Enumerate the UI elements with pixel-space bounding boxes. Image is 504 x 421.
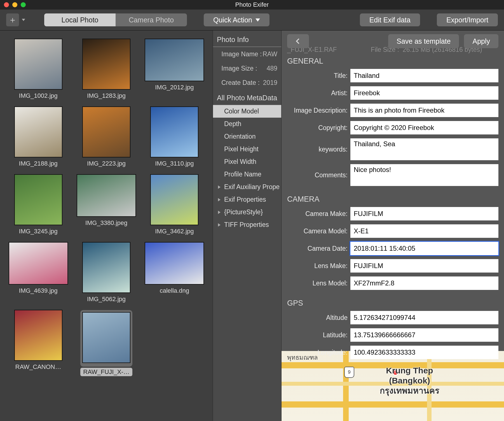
comments-field[interactable] [350,164,498,186]
image-description-label: Image Description: [287,107,350,114]
longitude-label: Longitude: [287,349,350,356]
thumbnail-image [15,310,62,360]
thumbnail-item[interactable]: IMG_3380.jpeg [76,175,136,236]
image-name-label: Image Name : [221,50,262,58]
save-template-button[interactable]: Save as template [388,34,459,48]
thumbnail-item[interactable]: RAW_FUJI_X-… [76,310,136,377]
altitude-label: Altitude [287,314,350,322]
thumbnail-caption: IMG_1002.jpg [19,92,58,99]
metadata-item[interactable]: Pixel Width [213,155,281,168]
thumbnail-caption: IMG_3380.jpeg [85,219,127,227]
thumbnail-item[interactable]: IMG_1002.jpg [8,39,68,101]
export-import-button[interactable]: Export/Import [437,13,498,26]
metadata-item[interactable]: Profile Name [213,168,281,181]
title-label: Title: [287,72,350,80]
metadata-item[interactable]: Pixel Height [213,143,281,155]
lens-model-field[interactable] [350,276,498,290]
thumbnail-grid[interactable]: IMG_1002.jpgIMG_1283.jpgIMG_2012.jpgIMG_… [0,31,213,421]
thumbnail-item[interactable]: IMG_2012.jpg [145,39,204,101]
thumbnail-caption: calella.dng [160,287,189,294]
image-description-field[interactable] [350,104,498,117]
chevron-down-icon[interactable] [22,19,25,21]
altitude-field[interactable] [350,311,498,324]
window-title: Photo Exifer [0,1,504,8]
thumbnail-image [77,175,136,217]
metadata-item[interactable]: Exif Properties [213,193,281,206]
artist-label: Artist: [287,89,350,97]
editor-form: GENERAL Title: Artist: Image Description… [282,52,504,363]
chevron-left-icon [294,38,302,45]
thumbnail-item[interactable]: calella.dng [145,242,204,304]
thumbnail-caption: IMG_1283.jpg [87,92,126,99]
metadata-item[interactable]: Depth [213,118,281,130]
thumbnail-item[interactable]: IMG_3245.jpg [8,175,68,236]
copyright-label: Copyright: [287,124,350,132]
thumbnail-image [145,39,204,81]
apply-button[interactable]: Apply [464,34,498,48]
metadata-item[interactable]: TIFF Properties [213,218,281,231]
photo-info-header: Photo Info [213,31,281,47]
thumbnail-image [83,39,130,89]
photo-source-segment: Local Photo Camera Photo [44,13,187,26]
metadata-item[interactable]: Color Model [213,105,281,118]
tab-camera-photo[interactable]: Camera Photo [116,13,187,26]
exif-editor-panel: _FUJI_X-E1.RAF File Size : 26.15 MB (261… [282,31,504,421]
camera-model-field[interactable] [350,224,498,238]
thumbnail-caption: IMG_3245.jpg [19,228,58,235]
metadata-item[interactable]: Exif Auxiliary Prope [213,181,281,193]
chevron-down-icon [255,18,260,22]
keywords-field[interactable] [350,138,498,160]
copyright-field[interactable] [350,121,498,134]
thumbnail-caption: IMG_2223.jpg [87,160,126,167]
thumbnail-caption: RAW_FUJI_X-… [80,368,132,376]
metadata-item[interactable]: Orientation [213,130,281,143]
camera-make-label: Camera Make: [287,210,350,218]
keywords-label: keywords: [287,146,350,153]
thumbnail-item[interactable]: IMG_3462.jpg [145,175,204,236]
thumbnail-caption: IMG_5062.jpg [87,296,126,303]
thumbnail-image [15,175,62,225]
thumbnail-image [151,175,198,225]
photo-info-row: Image Size : 489 [213,61,281,76]
image-size-label: Image Size : [221,65,257,72]
thumbnail-item[interactable]: IMG_3110.jpg [145,107,204,168]
titlebar: Photo Exifer [0,0,504,10]
thumbnail-item[interactable]: IMG_2223.jpg [76,107,136,168]
camera-make-field[interactable] [350,207,498,220]
thumbnail-image [15,39,62,89]
thumbnail-item[interactable]: IMG_5062.jpg [76,242,136,304]
section-camera: CAMERA [287,190,498,207]
title-field[interactable] [350,69,498,82]
edit-exif-button[interactable]: Edit Exif data [360,13,420,26]
thumbnail-item[interactable]: IMG_2188.jpg [8,107,68,168]
section-gps: GPS [287,294,498,311]
thumbnail-item[interactable]: IMG_1283.jpg [76,39,136,101]
thumbnail-item[interactable]: IMG_4639.jpg [8,242,68,304]
section-general: GENERAL [287,52,498,69]
camera-date-label: Camera Date: [287,245,350,252]
add-button[interactable]: ＋ [6,13,19,26]
back-button[interactable] [287,34,309,48]
thumbnail-caption: IMG_4639.jpg [19,287,58,294]
latitude-label: Latitude: [287,331,350,339]
thumbnail-caption: IMG_3462.jpg [155,228,194,235]
tab-local-photo[interactable]: Local Photo [44,13,116,26]
camera-model-label: Camera Model: [287,227,350,235]
thumbnail-image [151,107,198,157]
metadata-item[interactable]: {PictureStyle} [213,206,281,218]
thumbnail-image [9,242,68,284]
artist-field[interactable] [350,86,498,100]
image-name-value: RAW [262,50,277,58]
thumbnail-caption: IMG_3110.jpg [155,160,194,167]
editor-top-bar: Save as template Apply [282,31,504,52]
thumbnail-caption: IMG_2012.jpg [155,84,194,91]
lens-make-field[interactable] [350,259,498,273]
quick-action-label: Quick Action [213,16,252,24]
latitude-field[interactable] [350,328,498,342]
thumbnail-item[interactable]: RAW_CANON… [8,310,68,377]
camera-date-field[interactable] [350,242,498,255]
metadata-sidebar: Photo Info Image Name : RAW Image Size :… [213,31,282,421]
longitude-field[interactable] [350,346,498,359]
map-city-label: Krung Thep (Bangkok) กรุงเทพมหานคร [346,366,473,396]
quick-action-button[interactable]: Quick Action [204,13,269,26]
